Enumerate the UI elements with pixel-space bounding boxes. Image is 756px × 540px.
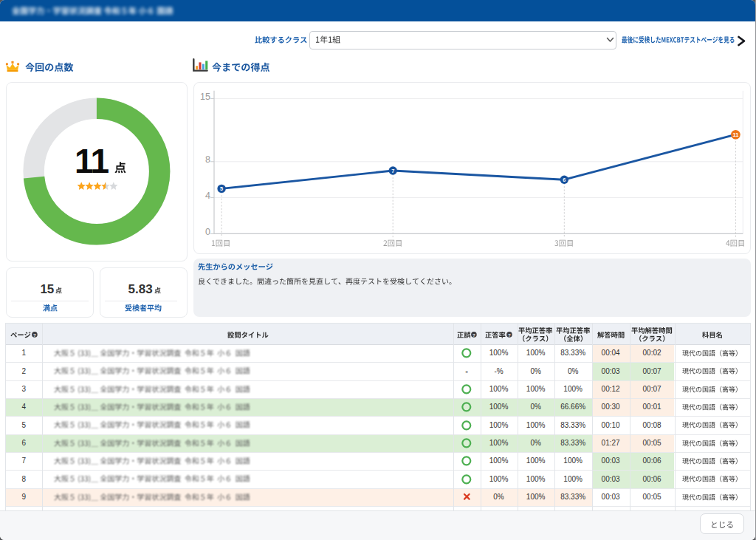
svg-text:5: 5 — [220, 185, 223, 192]
svg-text:?: ? — [33, 332, 36, 338]
svg-text:?: ? — [472, 332, 475, 338]
svg-text:?: ? — [508, 332, 511, 338]
svg-text:11: 11 — [732, 131, 738, 138]
svg-text:7: 7 — [391, 168, 394, 174]
svg-text:6: 6 — [563, 177, 566, 183]
